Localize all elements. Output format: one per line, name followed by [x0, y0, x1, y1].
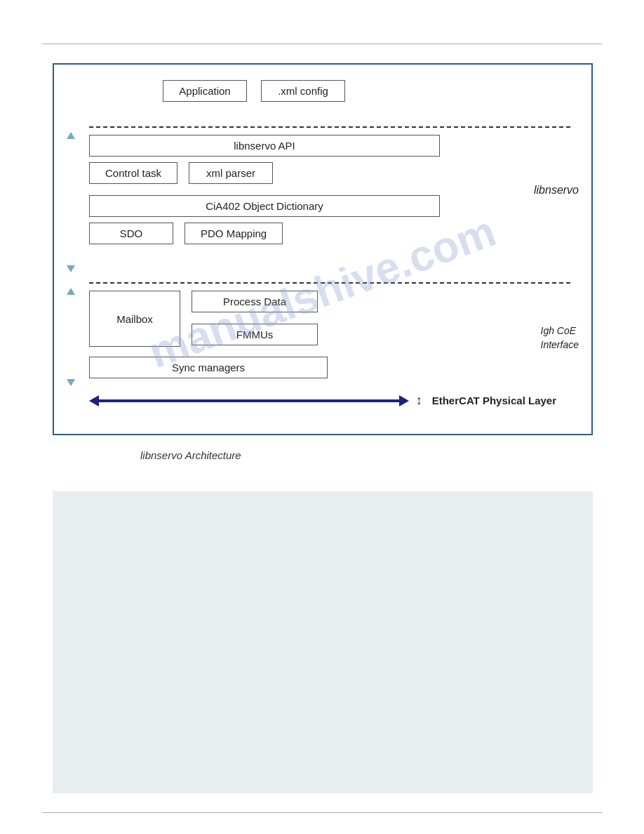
dashed-line-segment-2 [70, 295, 72, 379]
sync-managers-box: Sync managers [89, 357, 328, 378]
dashed-separator-2 [89, 282, 570, 284]
arrowhead-left-icon [89, 395, 99, 406]
application-box: Application [163, 80, 247, 102]
bottom-rule [42, 812, 602, 813]
diagram-box: Application .xml config libnservo API Co… [53, 63, 593, 435]
mailbox-box: Mailbox [89, 291, 180, 347]
xml-config-box: .xml config [261, 80, 345, 102]
dashed-line-segment [70, 139, 72, 265]
libnservo-section: libnservo API Control task xml parser Ci… [89, 135, 482, 256]
libnservo-row2: SDO PDO Mapping [89, 223, 482, 250]
arrowhead-right-icon [399, 395, 409, 406]
diagram-caption: libnservo Architecture [140, 449, 241, 461]
ethercat-row: ↕ EtherCAT Physical Layer [89, 393, 556, 408]
arrow-up-icon [67, 132, 75, 139]
xml-parser-box: xml parser [189, 162, 273, 184]
libnservo-label: libnservo [534, 184, 579, 197]
dashed-separator-1 [89, 126, 570, 128]
ighcoe-label: Igh CoE Interface [541, 324, 579, 352]
libnservo-row1: Control task xml parser [89, 162, 482, 190]
ethercat-label: EtherCAT Physical Layer [432, 395, 556, 406]
ighcoe-right-stack: Process Data FMMUs [192, 291, 318, 351]
top-items: Application .xml config [163, 80, 345, 102]
gray-content-box [53, 491, 593, 793]
control-task-box: Control task [89, 162, 177, 184]
libnservo-api-box: libnservo API [89, 135, 440, 157]
arrow-down-icon-2 [67, 379, 75, 386]
ethercat-line [99, 399, 399, 402]
pdo-mapping-box: PDO Mapping [185, 223, 283, 244]
cia402-box: CiA402 Object Dictionary [89, 195, 440, 217]
libnservo-vert-arrow [67, 132, 75, 272]
arrow-down-icon [67, 265, 75, 272]
top-rule [42, 44, 602, 44]
ighcoe-vert-arrow [67, 288, 75, 386]
process-data-box: Process Data [192, 291, 318, 312]
ethercat-arrow [89, 395, 409, 406]
arrow-up-icon-2 [67, 288, 75, 295]
fmmus-box: FMMUs [192, 324, 318, 345]
sdo-box: SDO [89, 223, 173, 244]
ighcoe-section: Mailbox Process Data FMMUs Sync managers [89, 291, 489, 384]
ighcoe-row1: Mailbox Process Data FMMUs [89, 291, 489, 351]
updown-arrow-icon: ↕ [416, 393, 422, 408]
